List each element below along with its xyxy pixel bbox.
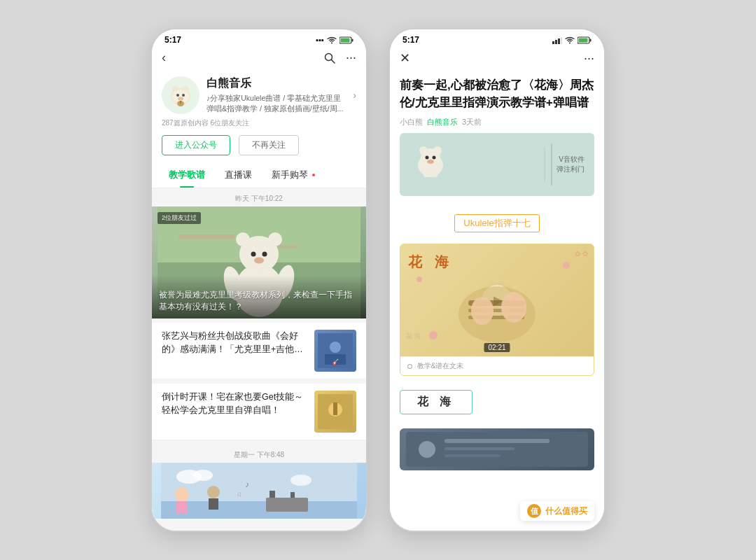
- tab-dot: [312, 174, 315, 176]
- feed-banner-card[interactable]: ♪ ♫: [152, 463, 366, 519]
- hero-bear-icon: [410, 141, 451, 189]
- svg-rect-17: [178, 234, 234, 239]
- more-icon-left[interactable]: ···: [346, 50, 356, 65]
- svg-rect-51: [558, 38, 560, 44]
- article-hero: V音软件 弹注利门: [400, 133, 594, 196]
- watermark-label: 什么值得买: [545, 505, 587, 517]
- time-left: 5:17: [164, 35, 181, 45]
- svg-rect-44: [176, 501, 188, 514]
- video-thumb: 2位朋友过过 被誉为最难尤克里里考级教材系列，来检查一下手指基本功有没有过关！？: [152, 206, 366, 318]
- enter-account-button[interactable]: 进入公众号: [162, 135, 230, 155]
- svg-rect-2: [352, 38, 354, 41]
- status-icons-right: [552, 36, 592, 44]
- svg-rect-41: [270, 491, 275, 498]
- feed-text-title-1: 张艺兴与粉丝共创战疫歌曲《会好的》感动满满！「尤克里里+吉他弹...: [162, 330, 307, 356]
- video-duration: 02:21: [484, 343, 510, 352]
- article-body: V音软件 弹注利门 Ukulele指弹十七 ✿ ✿ 花 海: [390, 133, 604, 531]
- bottom-banner[interactable]: [400, 428, 594, 470]
- svg-rect-46: [209, 498, 218, 510]
- search-icon[interactable]: [323, 52, 336, 64]
- profile-section: 白熊音乐 ♪分享独家Ukulele曲谱 / 零基础尤克里里弹唱&指弹教学 / 独…: [152, 69, 366, 162]
- song-name-card: 花 海: [400, 390, 472, 414]
- svg-rect-34: [333, 402, 337, 415]
- nav-bar-right: ✕ ···: [390, 48, 604, 70]
- svg-point-11: [182, 94, 185, 97]
- ukulele-section: Ukulele指弹十七: [390, 203, 604, 238]
- left-phone: 5:17 ▪▪▪ ‹: [150, 28, 368, 532]
- back-button[interactable]: ‹: [162, 50, 166, 65]
- tab-live-class[interactable]: 直播课: [215, 162, 262, 188]
- signal-icon-right: [552, 36, 562, 44]
- svg-point-77: [419, 441, 435, 458]
- video-badge: 2位朋友过过: [158, 212, 201, 224]
- svg-point-23: [251, 252, 256, 257]
- svg-point-45: [207, 486, 220, 498]
- feed-text-row-2: 倒计时开课！宅在家也要Get技能～轻松学会尤克里里自弹自唱！: [152, 384, 366, 440]
- svg-rect-14: [180, 101, 181, 104]
- svg-rect-78: [444, 439, 550, 443]
- svg-rect-55: [590, 38, 592, 41]
- tab-teaching-scores[interactable]: 教学歌谱: [159, 162, 215, 188]
- feed-left: 昨天 下午10:22: [152, 188, 366, 531]
- article-source[interactable]: 白熊音乐: [427, 117, 458, 127]
- feed-card-text-1[interactable]: 张艺兴与粉丝共创战疫歌曲《会好的》感动满满！「尤克里里+吉他弹... 🎸: [152, 323, 366, 379]
- video-note: 教学&谱在文末: [400, 356, 594, 375]
- feed-text-title-2: 倒计时开课！宅在家也要Get技能～轻松学会尤克里里自弹自唱！: [162, 391, 307, 417]
- svg-rect-49: [552, 41, 554, 44]
- svg-point-25: [254, 258, 264, 264]
- watermark: 值 什么值得买: [520, 501, 594, 521]
- timestamp-2: 星期一 下午8:48: [152, 444, 366, 463]
- watermark-icon: 值: [527, 504, 541, 518]
- feed-card-text-2[interactable]: 倒计时开课！宅在家也要Get技能～轻松学会尤克里里自弹自唱！: [152, 384, 366, 440]
- status-bar-left: 5:17 ▪▪▪: [152, 29, 366, 48]
- svg-point-29: [330, 342, 341, 353]
- wifi-icon-right: [565, 36, 575, 44]
- svg-point-22: [268, 232, 282, 246]
- svg-rect-80: [444, 454, 500, 457]
- timestamp-1: 昨天 下午10:22: [152, 188, 366, 206]
- right-phone: 5:17 ✕: [388, 28, 606, 532]
- svg-point-74: [416, 276, 422, 282]
- nav-actions-left: ···: [323, 50, 356, 65]
- svg-rect-64: [424, 167, 438, 177]
- profile-stats: 287篇原创内容 6位朋友关注: [162, 118, 356, 128]
- phones-container: 5:17 ▪▪▪ ‹: [150, 28, 606, 532]
- feed-card-video[interactable]: 2位朋友过过 被誉为最难尤克里里考级教材系列，来检查一下手指基本功有没有过关！？: [152, 206, 366, 318]
- more-icon-right[interactable]: ···: [584, 51, 594, 65]
- nav-bar-left: ‹ ···: [152, 48, 366, 69]
- avatar: [162, 76, 200, 114]
- profile-row: 白熊音乐 ♪分享独家Ukulele曲谱 / 零基础尤克里里弹唱&指弹教学 / 独…: [162, 76, 356, 114]
- hero-brand-text: V音软件 弹注利门: [556, 155, 584, 174]
- svg-rect-3: [341, 38, 350, 42]
- feed-text-content-2: 倒计时开课！宅在家也要Get技能～轻松学会尤克里里自弹自唱！: [162, 391, 307, 417]
- svg-rect-42: [290, 492, 295, 498]
- svg-point-62: [433, 155, 436, 159]
- svg-rect-56: [579, 38, 588, 42]
- feed-thumb-2: [314, 391, 356, 433]
- song-name-box: 花 海: [400, 390, 472, 414]
- svg-point-63: [427, 160, 434, 164]
- deco-line: [551, 144, 552, 186]
- profile-info: 白熊音乐 ♪分享独家Ukulele曲谱 / 零基础尤克里里弹唱&指弹教学 / 独…: [206, 76, 346, 113]
- video-player-card[interactable]: ✿ ✿ 花 海: [400, 244, 594, 376]
- svg-line-5: [331, 59, 335, 63]
- svg-point-21: [236, 232, 250, 246]
- profile-desc: ♪分享独家Ukulele曲谱 / 零基础尤克里里弹唱&指弹教学 / 独家原创插画…: [206, 93, 346, 113]
- video-title-overlay: 被誉为最难尤克里里考级教材系列，来检查一下手指基本功有没有过关！？: [159, 289, 359, 314]
- unfollow-button[interactable]: 不再关注: [239, 135, 299, 155]
- note-circle-icon: [407, 364, 412, 369]
- time-right: 5:17: [402, 35, 419, 45]
- feed-text-row-1: 张艺兴与粉丝共创战疫歌曲《会好的》感动满满！「尤克里里+吉他弹... 🎸: [152, 323, 366, 379]
- svg-point-53: [569, 42, 570, 43]
- article-time: 3天前: [462, 117, 482, 127]
- battery-icon-right: [578, 36, 592, 44]
- svg-text:🎸: 🎸: [332, 358, 339, 365]
- svg-rect-50: [555, 40, 557, 44]
- nav-more-right: ···: [584, 51, 594, 66]
- feed-text-content-1: 张艺兴与粉丝共创战疫歌曲《会好的》感动满满！「尤克里里+吉他弹...: [162, 330, 307, 356]
- svg-point-71: [471, 297, 493, 325]
- video-overlay: 被誉为最难尤克里里考级教材系列，来检查一下手指基本功有没有过关！？: [152, 275, 366, 319]
- deco-line-2: [544, 147, 545, 182]
- tab-beginner-buy[interactable]: 新手购琴: [262, 162, 325, 188]
- close-button[interactable]: ✕: [400, 50, 410, 66]
